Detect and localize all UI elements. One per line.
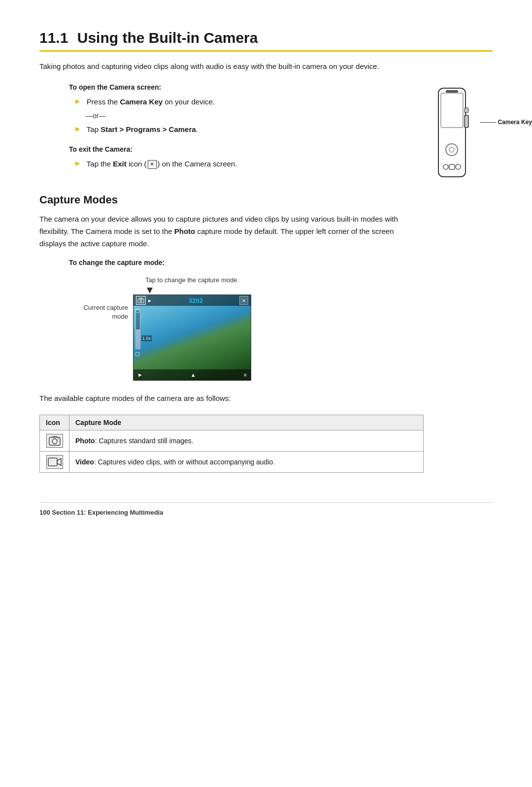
zoom-bar xyxy=(135,310,140,349)
svg-marker-12 xyxy=(147,288,153,294)
open-camera-section: To open the Camera screen: ► Press the C… xyxy=(39,83,493,182)
table-header-row: Icon Capture Mode xyxy=(40,415,424,430)
page-title: 11.1 Using the Built-in Camera xyxy=(39,30,493,52)
photo-icon-svg xyxy=(49,436,61,446)
camera-topbar: ► 3202 ✕ xyxy=(133,295,251,306)
exit-icon: ✕ xyxy=(148,160,157,169)
svg-rect-6 xyxy=(446,90,458,93)
cam-menu-btn: ≡ xyxy=(244,372,247,378)
cam-up-btn: ▲ xyxy=(191,372,196,378)
camera-number: 3202 xyxy=(189,297,203,304)
capture-modes-heading: Capture Modes xyxy=(39,194,493,206)
video-icon-cell xyxy=(40,452,69,473)
start-programs-bold: Start > Programs > Camera xyxy=(100,125,196,133)
svg-rect-5 xyxy=(465,108,468,112)
svg-rect-9 xyxy=(449,164,455,169)
available-modes-text: The available capture modes of the camer… xyxy=(39,393,409,405)
svg-rect-0 xyxy=(438,88,466,177)
zoom-label: 1.0x xyxy=(141,335,152,341)
exit-bold: Exit xyxy=(113,160,127,168)
video-icon-svg xyxy=(48,457,62,467)
svg-point-19 xyxy=(58,438,59,439)
change-mode-label: To change the capture mode: xyxy=(69,259,493,266)
table-row: Video: Captures video clips, with or wit… xyxy=(40,452,424,473)
arrow-icon-exit: ► xyxy=(74,159,82,168)
svg-point-11 xyxy=(449,147,454,152)
camera-screen-section: Tap to change the capture mode. xyxy=(133,276,251,381)
camera-key-bold: Camera Key xyxy=(120,98,163,106)
capture-modes-table: Icon Capture Mode Photo xyxy=(39,415,424,473)
step-2: ► Tap Start > Programs > Camera. xyxy=(74,124,404,135)
video-icon-img xyxy=(46,455,63,469)
svg-rect-20 xyxy=(48,458,57,466)
label-line xyxy=(480,122,496,123)
svg-point-8 xyxy=(456,164,461,169)
step-1: ► Press the Camera Key on your device. xyxy=(74,96,404,108)
video-mode-desc: Video: Captures video clips, with or wit… xyxy=(69,452,424,473)
capture-mode-diagram: Current capturemode Tap to change the ca… xyxy=(69,276,493,381)
top-left-icons: ► xyxy=(136,296,152,305)
exit-step: ► Tap the Exit icon (✕) on the Camera sc… xyxy=(74,158,404,170)
camera-mode-arrow: ► xyxy=(147,298,152,303)
svg-marker-21 xyxy=(57,459,61,465)
svg-point-17 xyxy=(52,439,57,444)
cam-play-btn: ► xyxy=(137,372,143,378)
camera-diagram: Camera Key xyxy=(414,83,493,182)
tap-arrow-svg xyxy=(147,288,153,294)
photo-mode-desc: Photo: Captures standard still images. xyxy=(69,430,424,452)
instruction-block-exit: To exit the Camera: ► Tap the Exit icon … xyxy=(69,145,404,170)
svg-point-14 xyxy=(140,300,142,302)
col-mode: Capture Mode xyxy=(69,415,424,430)
svg-marker-18 xyxy=(52,436,57,437)
camera-mode-icon xyxy=(136,296,146,305)
zoom-bar-fill xyxy=(136,329,140,349)
exit-camera-label: To exit the Camera: xyxy=(69,145,404,153)
photo-bold: Photo xyxy=(174,227,196,235)
svg-rect-1 xyxy=(441,93,463,128)
step-2-text: Tap Start > Programs > Camera. xyxy=(87,124,198,135)
capture-modes-body: The camera on your device allows you to … xyxy=(39,213,409,250)
svg-rect-13 xyxy=(138,299,144,303)
side-squares xyxy=(135,309,139,313)
table-row: Photo: Captures standard still images. xyxy=(40,430,424,452)
instruction-block-open: To open the Camera screen: ► Press the C… xyxy=(69,83,404,135)
video-mode-bold: Video xyxy=(75,458,94,466)
camera-screen: ► 3202 ✕ 1.0x ► xyxy=(133,295,251,381)
square-1 xyxy=(135,309,139,313)
exit-text: Tap the Exit icon (✕) on the Camera scre… xyxy=(87,158,237,170)
open-camera-label: To open the Camera screen: xyxy=(69,83,404,91)
camera-close-btn: ✕ xyxy=(239,296,248,305)
tap-label: Tap to change the capture mode. xyxy=(145,276,239,284)
svg-marker-15 xyxy=(139,298,142,299)
photo-icon-cell xyxy=(40,430,69,452)
camera-bottom-bar: ► ▲ ≡ xyxy=(133,369,251,380)
camera-instructions: To open the Camera screen: ► Press the C… xyxy=(39,83,404,180)
tap-arrow xyxy=(147,287,153,295)
square-2 xyxy=(135,352,139,356)
svg-point-7 xyxy=(443,164,448,169)
or-divider: —or— xyxy=(86,112,404,120)
intro-text: Taking photos and capturing video clips … xyxy=(39,61,394,72)
arrow-icon-1: ► xyxy=(74,97,82,106)
col-icon: Icon xyxy=(40,415,69,430)
current-capture-label: Current capturemode xyxy=(84,303,128,321)
camera-key-label: Camera Key xyxy=(480,119,532,126)
camera-icon-svg xyxy=(137,297,144,303)
svg-point-10 xyxy=(446,144,458,156)
photo-icon-img xyxy=(46,434,63,448)
step-1-text: Press the Camera Key on your device. xyxy=(87,96,215,108)
change-capture-section: To change the capture mode: Current capt… xyxy=(69,259,493,381)
page-footer: 100 Section 11: Experiencing Multimedia xyxy=(39,502,493,516)
capture-modes-table-container: Icon Capture Mode Photo xyxy=(39,415,424,473)
photo-mode-bold: Photo xyxy=(75,437,95,445)
svg-rect-3 xyxy=(465,116,468,127)
device-svg xyxy=(429,83,478,182)
arrow-icon-2: ► xyxy=(74,125,82,133)
